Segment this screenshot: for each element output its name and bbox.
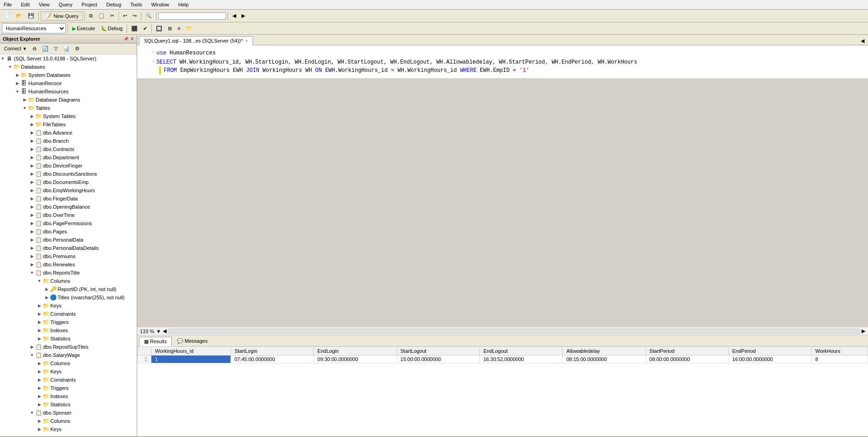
expander-sw_statistics[interactable]: ▶ <box>37 402 42 407</box>
menu-edit[interactable]: Edit <box>19 1 32 8</box>
expander-sw_keys[interactable]: ▶ <box>37 369 42 374</box>
menu-file[interactable]: File <box>2 1 14 8</box>
explorer-tree[interactable]: ▼🖥(SQL Server 15.0.4198 - SQLServer)▼📁Da… <box>0 54 137 436</box>
props-btn[interactable]: ⚙ <box>73 44 82 53</box>
tree-node-dbo_overtime[interactable]: ▶📋dbo.OverTime <box>0 211 137 219</box>
expander-dbo_overtime[interactable]: ▶ <box>29 212 35 218</box>
tree-node-sys_tables[interactable]: ▶📁System Tables <box>0 112 137 120</box>
tree-node-sw_constraints[interactable]: ▶📁Constraints <box>0 376 137 384</box>
menu-help[interactable]: Help <box>177 1 191 8</box>
tree-node-dbo_premiums[interactable]: ▶📋dbo.Premiums <box>0 252 137 260</box>
menu-window[interactable]: Window <box>150 1 171 8</box>
expander-dbo_department[interactable]: ▶ <box>29 155 35 160</box>
expander-sw_columns[interactable]: ▶ <box>37 361 42 366</box>
expander-sw_triggers[interactable]: ▶ <box>37 385 42 391</box>
tree-node-sw_indexes[interactable]: ▶📁Indexes <box>0 392 137 400</box>
tree-node-rt_statistics[interactable]: ▶📁Statistics <box>0 334 137 343</box>
grid-cell-0-1[interactable]: 1 <box>151 356 231 363</box>
tree-node-dbo_personaldetails[interactable]: ▶📋dbo.PersonalDataDetails <box>0 244 137 252</box>
expander-sys_tables[interactable]: ▶ <box>29 113 35 119</box>
expander-dbo_sponser[interactable]: ▼ <box>29 410 35 415</box>
expander-dbo_salarywage[interactable]: ▼ <box>29 352 35 358</box>
refresh-btn[interactable]: 🔄 <box>40 44 51 53</box>
grid-cell-0-4[interactable]: 15:00:00.0000000 <box>396 356 479 363</box>
expander-humanrecoce[interactable]: ▶ <box>15 81 20 86</box>
expander-sp_columns[interactable]: ▶ <box>37 418 42 424</box>
grid-cell-0-9[interactable]: 8 <box>811 356 868 363</box>
undo-btn[interactable]: ↩ <box>121 11 129 20</box>
expander-dbo_pageperm[interactable]: ▶ <box>29 221 35 226</box>
tree-node-rt_constraints[interactable]: ▶📁Constraints <box>0 310 137 318</box>
copy-btn[interactable]: ⧉ <box>87 11 95 20</box>
menu-tools[interactable]: Tools <box>129 1 144 8</box>
tree-node-rt_indexes[interactable]: ▶📁Indexes <box>0 326 137 334</box>
database-selector[interactable]: HumanResources <box>2 23 66 33</box>
results-grid[interactable]: WorkingHours_id StartLogin EndLogin Star… <box>137 346 868 436</box>
tree-node-dbo_empworking[interactable]: ▶📋dbo.EmpWorkingHours <box>0 186 137 194</box>
tree-node-dbo_personal[interactable]: ▶📋dbo.PersonalData <box>0 236 137 244</box>
tree-node-dbo_pages[interactable]: ▶📋dbo.Pages <box>0 227 137 236</box>
expander-sp_keys[interactable]: ▶ <box>37 426 42 432</box>
tree-node-rt_triggers[interactable]: ▶📁Triggers <box>0 318 137 326</box>
execute-button[interactable]: ▶ Execute <box>70 24 97 33</box>
tree-node-dbo_repostsuptites[interactable]: ▶📋dbo.RepostSupTites <box>0 343 137 351</box>
expander-hr_diagrams[interactable]: ▶ <box>22 97 27 103</box>
expander-dbo_premiums[interactable]: ▶ <box>29 254 35 259</box>
server-search[interactable] <box>158 12 226 20</box>
tree-node-rt_col_titles[interactable]: ▶🔵Titles (nvarchar(255), not null) <box>0 293 137 302</box>
expander-dbo_branch[interactable]: ▶ <box>29 138 35 144</box>
expander-hr_tables[interactable]: ▼ <box>22 105 27 111</box>
expander-dbo_pages[interactable]: ▶ <box>29 229 35 234</box>
tab-results[interactable]: ▦ Results <box>139 337 172 346</box>
menu-view[interactable]: View <box>37 1 52 8</box>
grid-mode-btn[interactable]: ⊞ <box>166 24 174 33</box>
expander-rt_triggers[interactable]: ▶ <box>37 319 42 325</box>
tree-node-humanresources[interactable]: ▼🗄HumanResources <box>0 87 137 96</box>
close-panel-icon[interactable]: ✕ <box>130 37 134 41</box>
expander-humanresources[interactable]: ▼ <box>15 89 20 94</box>
grid-cell-0-8[interactable]: 16:00:00.0000000 <box>729 356 811 363</box>
debug-button[interactable]: 🐛 Debug <box>98 24 125 33</box>
open-btn[interactable]: 📂 <box>14 11 25 20</box>
editor-scroll[interactable]: − use HumanResources − SELECT WH.Working… <box>137 45 868 327</box>
expander-dbo_renewles[interactable]: ▶ <box>29 262 35 267</box>
summary-btn[interactable]: 📊 <box>61 44 72 53</box>
tree-node-sw_triggers[interactable]: ▶📁Triggers <box>0 384 137 392</box>
tree-node-dbo_pageperm[interactable]: ▶📋dbo.PagePermissions <box>0 219 137 227</box>
new-file-btn[interactable]: 📄 <box>2 11 13 20</box>
expander-file_tables[interactable]: ▶ <box>29 122 35 127</box>
stop-btn[interactable]: ⬛ <box>129 24 140 33</box>
redo-btn[interactable]: ↪ <box>130 11 139 20</box>
expander-root[interactable]: ▼ <box>0 56 5 61</box>
tree-node-dbo_docsemp[interactable]: ▶📋dbo.DocumentsEmp <box>0 178 137 186</box>
expander-rt_constraints[interactable]: ▶ <box>37 311 42 317</box>
expander-rt_keys[interactable]: ▶ <box>37 303 42 308</box>
tree-node-sp_keys[interactable]: ▶📁Keys <box>0 425 137 433</box>
grid-cell-0-6[interactable]: 08:15:00.0000000 <box>563 356 645 363</box>
expand-1[interactable]: − <box>152 49 155 56</box>
tree-node-sw_columns[interactable]: ▶📁Columns <box>0 359 137 367</box>
tree-node-dbo_renewles[interactable]: ▶📋dbo.Renewles <box>0 260 137 269</box>
scroll-right-icon[interactable]: ▶ <box>862 328 865 334</box>
back-btn[interactable]: ◀ <box>230 11 238 20</box>
expander-dbo_personaldetails[interactable]: ▶ <box>29 245 35 251</box>
menu-query[interactable]: Query <box>57 1 74 8</box>
expander-sys_dbs[interactable]: ▶ <box>15 72 20 78</box>
find-btn[interactable]: 🔍 <box>143 11 154 20</box>
tree-node-sp_columns[interactable]: ▶📁Columns <box>0 417 137 425</box>
tab-arrow-left[interactable]: ◀ <box>859 37 866 45</box>
tree-node-humanrecoce[interactable]: ▶🗄HumanRecoce <box>0 79 137 87</box>
tree-node-sw_statistics[interactable]: ▶📁Statistics <box>0 400 137 409</box>
grid-cell-0-5[interactable]: 16:30:52.0000000 <box>479 356 562 363</box>
tab-messages[interactable]: 💬 Messages <box>172 336 213 346</box>
new-query-button[interactable]: 📝 New Query <box>41 11 83 21</box>
connect-btn[interactable]: Connect ▼ <box>2 45 29 53</box>
results-mode-btn[interactable]: 🔲 <box>154 24 165 33</box>
sql-editor[interactable]: − use HumanResources − SELECT WH.Working… <box>137 45 868 79</box>
forward-btn[interactable]: ▶ <box>239 11 247 20</box>
expander-sw_constraints[interactable]: ▶ <box>37 377 42 383</box>
expander-dbo_personal[interactable]: ▶ <box>29 237 35 243</box>
menu-project[interactable]: Project <box>80 1 99 8</box>
cut-btn[interactable]: ✂ <box>108 11 117 20</box>
tree-node-rt_keys[interactable]: ▶📁Keys <box>0 302 137 310</box>
